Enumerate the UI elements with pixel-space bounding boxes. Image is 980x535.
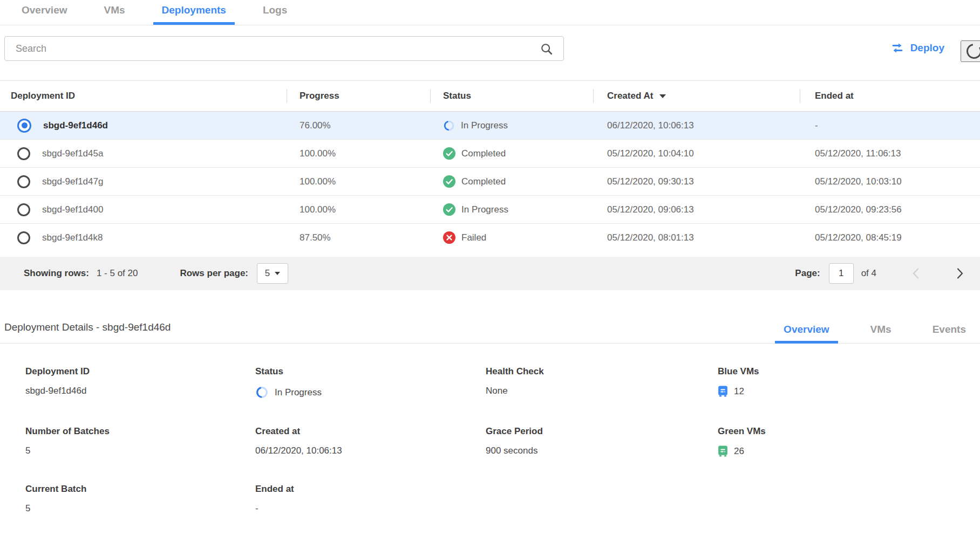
col-header-progress[interactable]: Progress <box>287 91 430 101</box>
previous-page-button[interactable] <box>910 265 921 282</box>
showing-rows-label: Showing rows: <box>24 268 89 279</box>
created-at-value: 05/12/2020, 09:30:13 <box>593 176 800 187</box>
field-health-check: Health Check None <box>486 366 718 399</box>
ended-at-value: 05/12/2020, 10:03:10 <box>800 176 980 187</box>
row-radio[interactable] <box>17 231 30 244</box>
field-label: Health Check <box>486 366 718 377</box>
details-tab-vms[interactable]: VMs <box>862 324 900 343</box>
details-tab-bar: Overview VMs Events <box>775 324 980 343</box>
showing-rows-value: 1 - 5 of 20 <box>97 268 138 279</box>
swap-arrows-icon <box>890 43 905 53</box>
row-radio[interactable] <box>17 175 30 188</box>
created-at-value: 05/12/2020, 09:06:13 <box>593 204 800 215</box>
rows-per-page-label: Rows per page: <box>180 268 248 279</box>
field-value: 06/12/2020, 10:06:13 <box>255 445 486 456</box>
progress-value: 100.00% <box>287 204 430 215</box>
row-radio[interactable] <box>17 203 30 216</box>
progress-value: 100.00% <box>287 176 430 187</box>
field-label: Blue VMs <box>718 366 980 377</box>
rows-per-page-select[interactable]: 5 <box>257 263 288 284</box>
search-icon <box>540 42 554 56</box>
completed-check-icon <box>443 175 455 188</box>
field-grace-period: Grace Period 900 seconds <box>486 426 718 457</box>
table-row[interactable]: sbgd-9ef1d4k8 87.50% Failed 05/12/2020, … <box>0 223 980 251</box>
next-page-button[interactable] <box>955 265 966 282</box>
deployment-id: sbgd-9ef1d47g <box>42 176 103 187</box>
green-vm-icon <box>718 445 728 457</box>
table-row[interactable]: sbgd-9ef1d45a 100.00% Completed 05/12/20… <box>0 139 980 167</box>
table-row[interactable]: sbgd-9ef1d47g 100.00% Completed 05/12/20… <box>0 167 980 195</box>
ended-at-value: 05/12/2020, 11:06:13 <box>800 148 980 159</box>
created-at-value: 06/12/2020, 10:06:13 <box>593 120 800 131</box>
field-value: 5 <box>25 445 255 456</box>
field-current-batch: Current Batch 5 <box>25 484 255 514</box>
completed-check-icon <box>443 203 455 216</box>
field-label: Number of Batches <box>25 426 255 437</box>
refresh-button[interactable] <box>961 40 980 62</box>
field-label: Deployment ID <box>25 366 255 377</box>
field-value: - <box>255 503 486 514</box>
dropdown-caret-icon <box>275 272 280 275</box>
deployment-id: sbgd-9ef1d400 <box>42 204 103 215</box>
field-value: None <box>486 386 718 396</box>
status-label: Failed <box>461 232 486 243</box>
completed-check-icon <box>443 147 455 160</box>
field-number-of-batches: Number of Batches 5 <box>25 426 255 457</box>
deploy-button[interactable]: Deploy <box>887 42 948 54</box>
rows-per-page-value: 5 <box>265 268 270 279</box>
chevron-right-icon <box>957 268 964 279</box>
field-label: Status <box>255 366 486 377</box>
deployment-id: sbgd-9ef1d45a <box>42 148 103 159</box>
page-count-label: of 4 <box>861 268 876 279</box>
field-label: Current Batch <box>25 484 255 495</box>
col-header-status[interactable]: Status <box>430 91 593 101</box>
col-header-ended-at[interactable]: Ended at <box>800 91 980 101</box>
details-tab-overview[interactable]: Overview <box>775 324 838 344</box>
table-row[interactable]: sbgd-9ef1d46d 76.00% In Progress 06/12/2… <box>0 111 980 139</box>
main-tab-bar: Overview VMs Deployments Logs <box>0 0 980 25</box>
created-at-value: 05/12/2020, 08:01:13 <box>593 232 800 243</box>
sort-desc-icon <box>659 94 666 98</box>
table-pagination-bar: Showing rows: 1 - 5 of 20 Rows per page:… <box>0 257 980 290</box>
tab-vms[interactable]: VMs <box>96 4 134 25</box>
tab-overview[interactable]: Overview <box>13 4 76 25</box>
details-tab-events[interactable]: Events <box>924 324 975 343</box>
tab-deployments[interactable]: Deployments <box>153 4 235 25</box>
status-label: Completed <box>461 176 506 187</box>
page-label: Page: <box>795 268 820 279</box>
table-row[interactable]: sbgd-9ef1d400 100.00% In Progress 05/12/… <box>0 195 980 223</box>
field-deployment-id: Deployment ID sbgd-9ef1d46d <box>25 366 255 399</box>
col-header-deployment-id[interactable]: Deployment ID <box>0 91 287 101</box>
ended-at-value: 05/12/2020, 09:23:56 <box>800 204 980 215</box>
row-radio[interactable] <box>17 147 30 160</box>
col-header-created-at-label: Created At <box>607 91 653 101</box>
deployment-details-grid: Deployment ID sbgd-9ef1d46d Status In Pr… <box>0 344 980 514</box>
field-value: 5 <box>25 503 255 514</box>
col-header-created-at[interactable]: Created At <box>593 91 800 101</box>
field-blue-vms: Blue VMs 12 <box>718 366 980 399</box>
field-green-vms: Green VMs 26 <box>718 426 980 457</box>
page-number-input[interactable]: 1 <box>829 263 854 284</box>
created-at-value: 05/12/2020, 10:04:10 <box>593 148 800 159</box>
progress-value: 87.50% <box>287 232 430 243</box>
field-value: 26 <box>734 446 744 457</box>
field-label: Created at <box>255 426 486 437</box>
field-label: Grace Period <box>486 426 718 437</box>
in-progress-spinner-icon <box>255 386 269 399</box>
field-ended-at: Ended at - <box>255 484 486 514</box>
row-radio-selected[interactable] <box>17 119 31 133</box>
tab-logs[interactable]: Logs <box>254 4 296 25</box>
field-value: In Progress <box>275 387 322 398</box>
field-status: Status In Progress <box>255 366 486 399</box>
search-input[interactable] <box>4 36 564 61</box>
field-created-at: Created at 06/12/2020, 10:06:13 <box>255 426 486 457</box>
refresh-icon <box>965 42 980 60</box>
in-progress-spinner-icon <box>443 120 455 132</box>
chevron-left-icon <box>912 268 919 279</box>
deploy-button-label: Deploy <box>910 42 944 54</box>
deployment-details-title: Deployment Details - sbgd-9ef1d46d <box>4 321 171 343</box>
status-label: In Progress <box>461 120 508 131</box>
blue-vm-icon <box>718 386 728 397</box>
field-value: 12 <box>734 386 744 397</box>
field-label: Ended at <box>255 484 486 495</box>
